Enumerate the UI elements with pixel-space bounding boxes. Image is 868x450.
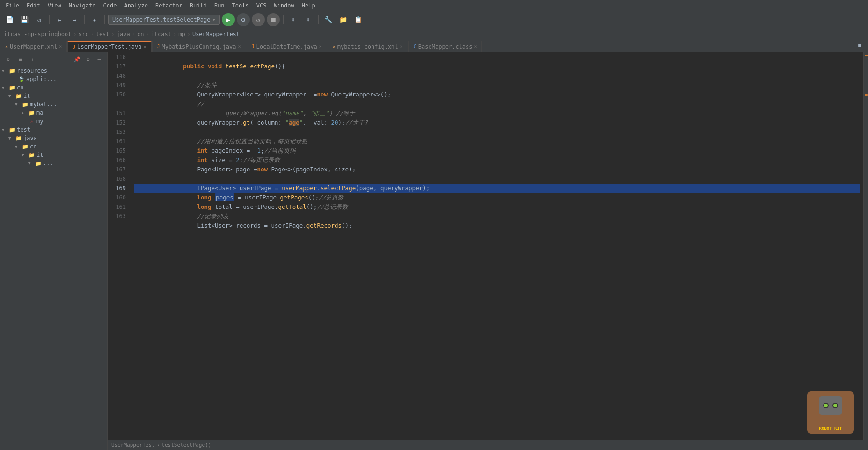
sidebar: ⚙ ≡ ↑ 📌 ⚙ — ▼ 📁 resources 🍃 applic... ▼ … <box>0 52 108 450</box>
menu-view[interactable]: View <box>44 0 65 11</box>
menu-run[interactable]: Run <box>211 0 228 11</box>
build-button[interactable]: ⬇ <box>287 13 300 26</box>
robot-head <box>819 396 842 415</box>
menu-build[interactable]: Build <box>186 0 211 11</box>
sidebar-settings-button[interactable]: ⚙ <box>3 54 13 65</box>
toolbar-sep-2 <box>84 15 85 24</box>
close-tab-5[interactable]: × <box>400 44 403 49</box>
folder-icon-ma: 📁 <box>28 110 36 116</box>
menu-code[interactable]: Code <box>100 0 121 11</box>
close-tab-4[interactable]: × <box>319 44 322 49</box>
ln-153: 153 <box>111 127 126 137</box>
code-line-116: public void testSelectPage(){ <box>134 52 860 62</box>
menu-window[interactable]: Window <box>270 0 298 11</box>
right-indicator <box>863 52 868 440</box>
save-button[interactable]: 💾 <box>18 13 31 26</box>
sidebar-expand-button[interactable]: ↑ <box>27 54 37 65</box>
editor-breadcrumb: UserMapperTest › testSelectPage() <box>108 440 868 450</box>
menu-analyze[interactable]: Analyze <box>120 0 152 11</box>
menu-file[interactable]: File <box>2 0 23 11</box>
tabs-menu-button[interactable]: ≡ <box>853 40 866 52</box>
tree-mybat[interactable]: ▼ 📁 mybat... <box>0 100 107 109</box>
project-structure-button[interactable]: 📁 <box>337 13 350 26</box>
breadcrumb-test[interactable]: test <box>96 31 109 37</box>
menu-refactor[interactable]: Refactor <box>152 0 186 11</box>
toolbar-sep-3 <box>104 15 105 24</box>
debug-run-button[interactable]: ⚙ <box>237 13 250 26</box>
code-line-163: List<User> records = userIPage.getRecord… <box>134 212 860 221</box>
breadcrumb-project[interactable]: itcast-mp-springboot <box>4 31 72 37</box>
tree-resources[interactable]: ▼ 📁 resources <box>0 66 107 75</box>
tab-usermappertest-java[interactable]: J UserMapperTest.java × <box>67 41 151 52</box>
tab-mybatis-config-xml[interactable]: ✕ mybatis-config.xml × <box>328 41 408 52</box>
sidebar-collapse-button[interactable]: ≡ <box>15 54 25 65</box>
breadcrumb-sep-4: › <box>132 31 135 37</box>
ln-150: 150 <box>111 90 126 99</box>
tab-label-usermappertest: UserMapperTest.java <box>77 44 141 50</box>
tab-mybatisplusconfig[interactable]: J MybatisPlusConfig.java × <box>152 41 246 52</box>
robot-mascot: ROBOT KIT <box>802 389 859 436</box>
java-icon-tab4: J <box>252 44 255 49</box>
coverage-button[interactable]: ↺ <box>252 13 265 26</box>
tab-label-basemapper: BaseMapper.class <box>418 44 473 50</box>
breadcrumb-itcast[interactable]: itcast <box>151 31 171 37</box>
ln-169: 169 <box>111 184 126 193</box>
stop-button[interactable]: ⏹ <box>267 13 280 26</box>
forward-button[interactable]: → <box>68 13 81 26</box>
toolbar-sep-1 <box>49 15 50 24</box>
tree-my-err[interactable]: ⚠ my <box>0 117 107 125</box>
run-config-selector[interactable]: UserMapperTest.testSelectPage ▾ <box>108 15 220 25</box>
build-artifacts-button[interactable]: ⬇ <box>302 13 315 26</box>
sidebar-toolbar: ⚙ ≡ ↑ 📌 ⚙ — <box>0 52 107 66</box>
ln-166: 166 <box>111 155 126 165</box>
menu-navigate[interactable]: Navigate <box>65 0 100 11</box>
bookmark-button[interactable]: ★ <box>88 13 101 26</box>
tree-arrow-java: ▼ <box>8 136 15 140</box>
menu-tools[interactable]: Tools <box>228 0 253 11</box>
close-tab-2[interactable]: × <box>144 44 146 50</box>
folder-icon-mybat: 📁 <box>22 102 29 108</box>
menu-vcs[interactable]: VCS <box>253 0 270 11</box>
tree-cn2[interactable]: ▼ 📁 cn <box>0 142 107 151</box>
settings-button[interactable]: 🔧 <box>322 13 335 26</box>
tree-arrow-ma: ▶ <box>22 111 28 115</box>
breadcrumb-java[interactable]: java <box>117 31 130 37</box>
menu-edit[interactable]: Edit <box>23 0 44 11</box>
code-area[interactable]: public void testSelectPage(){ //条件 Query… <box>130 52 863 440</box>
breadcrumb-cn[interactable]: cn <box>137 31 144 37</box>
file-icon-my-err: ⚠ <box>28 118 36 125</box>
close-tab-6[interactable]: × <box>474 44 477 49</box>
xml-icon-tab1: ✕ <box>5 44 8 49</box>
breadcrumb-src[interactable]: src <box>79 31 89 37</box>
breadcrumb-sep-7: › <box>187 31 190 37</box>
menu-help[interactable]: Help <box>298 0 319 11</box>
sidebar-minus-button[interactable]: — <box>94 54 104 65</box>
tree-cn[interactable]: ▼ 📁 cn <box>0 83 107 92</box>
tree-label-cn2: cn <box>30 143 36 150</box>
sidebar-gear-button[interactable]: ⚙ <box>83 54 93 65</box>
tree-applic[interactable]: 🍃 applic... <box>0 75 107 83</box>
tree-partial[interactable]: ▼ 📁 ... <box>0 159 107 168</box>
tab-localdatetime[interactable]: J LocalDateTime.java × <box>247 41 327 52</box>
close-tab-1[interactable]: × <box>59 44 62 49</box>
breadcrumb-mp[interactable]: mp <box>178 31 185 37</box>
plugins-button[interactable]: 📋 <box>352 13 365 26</box>
tree-it[interactable]: ▼ 📁 it <box>0 92 107 100</box>
tree-it2[interactable]: ▼ 📁 it <box>0 151 107 159</box>
tree-ma[interactable]: ▶ 📁 ma <box>0 109 107 117</box>
tree-java[interactable]: ▼ 📁 java <box>0 134 107 142</box>
tree-label-it2: it <box>36 152 43 158</box>
tab-basemapper-class[interactable]: C BaseMapper.class × <box>408 41 482 52</box>
sync-button[interactable]: ↺ <box>33 13 46 26</box>
run-button[interactable]: ▶ <box>222 13 235 26</box>
breadcrumb-class[interactable]: UserMapperTest <box>192 31 240 37</box>
new-file-button[interactable]: 📄 <box>3 13 16 26</box>
line-numbers: 116 117 148 149 150 151 152 153 161 165 … <box>108 52 130 440</box>
folder-icon-java: 📁 <box>15 135 22 141</box>
close-tab-3[interactable]: × <box>238 44 241 49</box>
tree-test[interactable]: ▼ 📁 test <box>0 125 107 134</box>
back-button[interactable]: ← <box>53 13 66 26</box>
tab-usermapper-xml[interactable]: ✕ UserMapper.xml × <box>0 41 67 52</box>
ln-148: 148 <box>111 71 126 81</box>
sidebar-pin-button[interactable]: 📌 <box>72 54 82 65</box>
